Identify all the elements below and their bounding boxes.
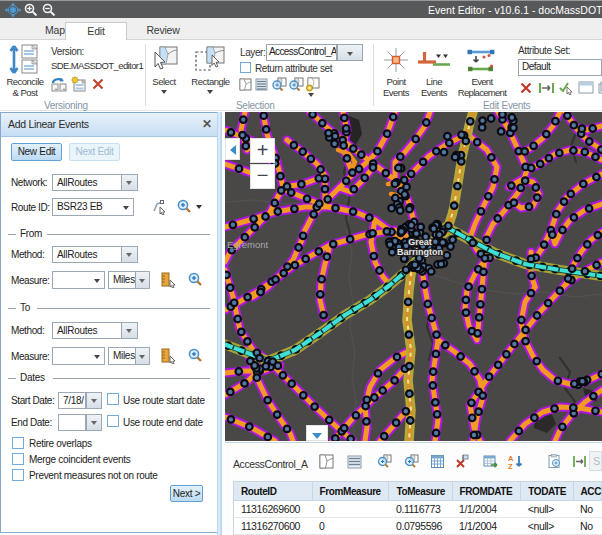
svg-text:Z: Z — [508, 462, 513, 470]
svg-text:Great: Great — [408, 237, 432, 247]
svg-text:Egremont: Egremont — [227, 239, 269, 250]
svg-text:Barrington: Barrington — [397, 247, 443, 257]
